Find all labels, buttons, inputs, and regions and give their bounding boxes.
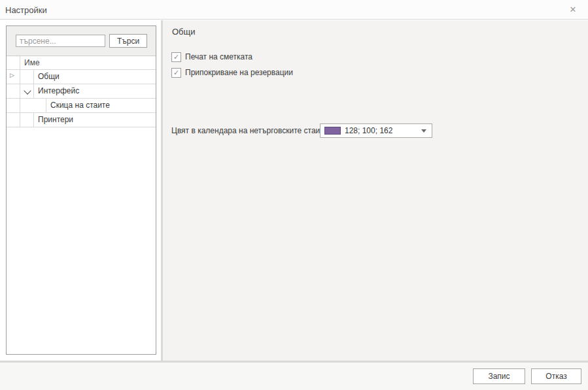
save-button[interactable]: Запис xyxy=(473,368,525,384)
close-icon[interactable]: ✕ xyxy=(567,4,579,16)
settings-content-panel: Общи ✓ Печат на сметката ✓ Припокриване … xyxy=(163,20,588,361)
search-button[interactable]: Търси xyxy=(109,34,147,48)
color-dropdown[interactable]: 128; 100; 162 xyxy=(320,123,432,138)
focused-row-indicator-icon: ▷ xyxy=(10,72,14,78)
dropdown-arrow-icon xyxy=(421,129,426,133)
row-indicator-cell xyxy=(7,84,20,98)
indicator-column-header xyxy=(7,56,20,70)
search-input[interactable] xyxy=(16,35,105,47)
window-title: Настройки xyxy=(5,5,47,15)
expander-cell[interactable] xyxy=(20,84,34,98)
tree-item-label: Принтери xyxy=(34,113,156,127)
row-indicator-cell xyxy=(7,113,20,127)
expander-cell xyxy=(20,99,46,112)
tree-item-label: Интерфейс xyxy=(34,84,156,98)
tree-column-header[interactable]: Име xyxy=(7,56,156,70)
expander-cell xyxy=(20,70,34,84)
expander-cell xyxy=(20,113,34,127)
tree-item-label: Скица на стаите xyxy=(46,99,156,112)
title-bar: Настройки ✕ xyxy=(0,0,588,20)
tree-row-obshti[interactable]: ▷ Общи xyxy=(7,70,156,84)
checkbox-row-pechat: ✓ Печат на сметката xyxy=(171,52,252,62)
row-indicator-cell: ▷ xyxy=(7,70,20,84)
checkbox-label: Печат на сметката xyxy=(185,52,252,61)
tree-row-skitsa-na-staite[interactable]: Скица на стаите xyxy=(7,99,156,113)
cancel-button[interactable]: Отказ xyxy=(531,368,581,384)
tree-item-label: Общи xyxy=(34,70,156,84)
chevron-down-icon xyxy=(24,87,31,94)
tree-column-header-label: Име xyxy=(24,58,40,67)
section-heading: Общи xyxy=(172,27,196,37)
checkbox-label: Припокриване на резервации xyxy=(185,68,293,77)
dialog-footer: Запис Отказ xyxy=(0,363,588,390)
tree-row-printeri[interactable]: Принтери xyxy=(7,113,156,127)
color-setting-label: Цвят в календара на нетърговските стаи xyxy=(171,123,320,138)
search-strip: Търси xyxy=(7,26,156,56)
settings-tree-panel: Търси Име ▷ Общи Интерфейс Скица на с xyxy=(6,25,156,355)
color-setting-row: Цвят в календара на нетърговските стаи xyxy=(171,123,320,138)
color-value: 128; 100; 162 xyxy=(345,126,421,135)
checkbox-row-pripokrivane: ✓ Припокриване на резервации xyxy=(171,67,293,78)
settings-sidebar: Търси Име ▷ Общи Интерфейс Скица на с xyxy=(0,20,161,361)
color-swatch xyxy=(324,127,341,135)
checkbox-pripokrivane-na-rezervatsii[interactable]: ✓ xyxy=(171,68,181,78)
tree-row-interfeys[interactable]: Интерфейс xyxy=(7,84,156,99)
row-indicator-cell xyxy=(7,99,20,112)
checkbox-pechat-na-smetkata[interactable]: ✓ xyxy=(171,52,181,62)
